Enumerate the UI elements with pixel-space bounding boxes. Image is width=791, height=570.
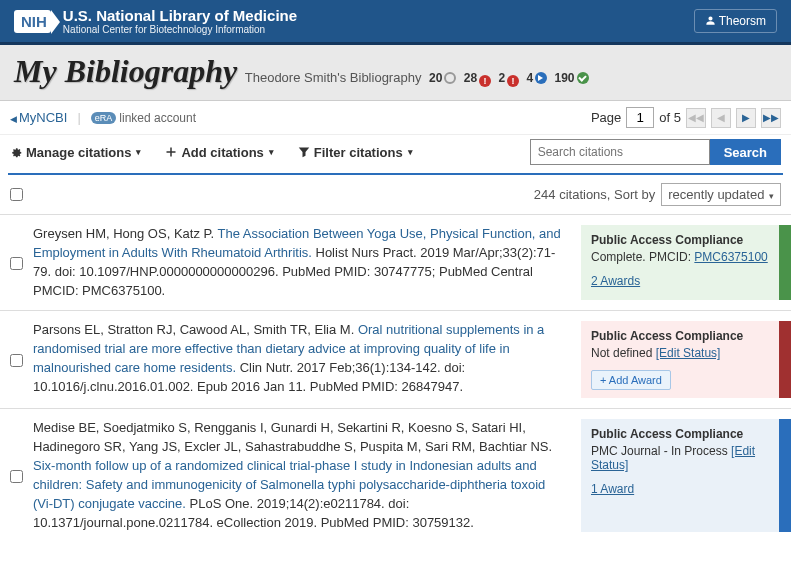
stat-badge[interactable]: 190	[551, 71, 588, 85]
compliance-status: PMC Journal - In Process [Edit Status]	[591, 444, 769, 472]
compliance-heading: Public Access Compliance	[591, 233, 769, 247]
org-sub: National Center for Biotechnology Inform…	[63, 24, 297, 35]
manage-citations-menu[interactable]: Manage citations▾	[10, 145, 141, 160]
stat-badge[interactable]: 28	[460, 71, 491, 85]
plus-icon	[165, 146, 177, 158]
citation-title-link[interactable]: Oral nutritional supplements in a random…	[33, 322, 544, 375]
citation-count: 244 citations, Sort by	[534, 187, 655, 202]
citation-checkbox[interactable]	[10, 421, 23, 532]
search-button[interactable]: Search	[710, 139, 781, 165]
pager-first-button[interactable]: ◀◀	[686, 108, 706, 128]
pager-last-button[interactable]: ▶▶	[761, 108, 781, 128]
compliance-heading: Public Access Compliance	[591, 427, 769, 441]
pager-next-button[interactable]: ▶	[736, 108, 756, 128]
page-total: of 5	[659, 110, 681, 125]
user-icon	[705, 15, 716, 26]
org-name: U.S. National Library of Medicine	[63, 7, 297, 24]
user-menu[interactable]: Theorsm	[694, 9, 777, 33]
actions-row: Manage citations▾ Add citations▾ Filter …	[0, 135, 791, 173]
toolbar: MyNCBI | eRA linked account Page of 5 ◀◀…	[0, 101, 791, 135]
select-all-checkbox[interactable]	[10, 188, 23, 201]
search-input[interactable]	[530, 139, 710, 165]
stat-badge[interactable]: 4	[523, 71, 547, 85]
compliance-status: Not defined [Edit Status]	[591, 346, 769, 360]
add-citations-menu[interactable]: Add citations▾	[165, 145, 273, 160]
pmcid-link[interactable]: PMC6375100	[694, 250, 767, 264]
edit-status-link[interactable]: [Edit Status]	[656, 346, 721, 360]
awards-link[interactable]: 1 Award	[591, 482, 769, 496]
citation-title-link[interactable]: Six-month follow up of a randomized clin…	[33, 458, 545, 511]
sort-select[interactable]: recently updated ▾	[661, 183, 781, 206]
nih-header: NIH U.S. National Library of Medicine Na…	[0, 0, 791, 45]
citation-row: Medise BE, Soedjatmiko S, Rengganis I, G…	[0, 408, 791, 542]
compliance-panel: Public Access CompliancePMC Journal - In…	[581, 419, 791, 532]
filter-citations-menu[interactable]: Filter citations▾	[298, 145, 413, 160]
edit-status-link[interactable]: [Edit Status]	[591, 444, 755, 472]
stat-badge[interactable]: 2	[495, 71, 519, 85]
citation-checkbox[interactable]	[10, 227, 23, 300]
linked-account-link[interactable]: linked account	[119, 111, 196, 125]
add-award-button[interactable]: + Add Award	[591, 370, 671, 390]
sort-row: 244 citations, Sort by recently updated …	[0, 175, 791, 214]
citation-row: Greysen HM, Hong OS, Katz P. The Associa…	[0, 214, 791, 310]
filter-icon	[298, 146, 310, 158]
citation-text: Parsons EL, Stratton RJ, Cawood AL, Smit…	[33, 321, 571, 398]
compliance-panel: Public Access ComplianceNot defined [Edi…	[581, 321, 791, 398]
title-bar: My Bibliography Theodore Smith's Bibliog…	[0, 45, 791, 101]
page-label: Page	[591, 110, 621, 125]
citation-row: Parsons EL, Stratton RJ, Cawood AL, Smit…	[0, 310, 791, 408]
nih-logo: NIH	[14, 10, 51, 33]
page-input[interactable]	[626, 107, 654, 128]
citation-title-link[interactable]: The Association Between Yoga Use, Physic…	[33, 226, 561, 260]
back-myncbi-link[interactable]: MyNCBI	[10, 110, 67, 125]
nih-title-block: U.S. National Library of Medicine Nation…	[63, 7, 297, 35]
citation-checkbox[interactable]	[10, 323, 23, 398]
bib-subtitle: Theodore Smith's Bibliography	[245, 70, 422, 85]
page-title: My Bibliography	[14, 53, 237, 89]
awards-link[interactable]: 2 Awards	[591, 274, 769, 288]
compliance-status: Complete. PMCID: PMC6375100	[591, 250, 769, 264]
era-badge: eRA	[91, 112, 117, 124]
pager-prev-button[interactable]: ◀	[711, 108, 731, 128]
stat-badge[interactable]: 20	[429, 71, 456, 85]
citation-text: Greysen HM, Hong OS, Katz P. The Associa…	[33, 225, 571, 300]
compliance-panel: Public Access ComplianceComplete. PMCID:…	[581, 225, 791, 300]
compliance-heading: Public Access Compliance	[591, 329, 769, 343]
gear-icon	[10, 146, 22, 158]
pager: Page of 5 ◀◀ ◀ ▶ ▶▶	[591, 107, 781, 128]
citation-text: Medise BE, Soedjatmiko S, Rengganis I, G…	[33, 419, 571, 532]
